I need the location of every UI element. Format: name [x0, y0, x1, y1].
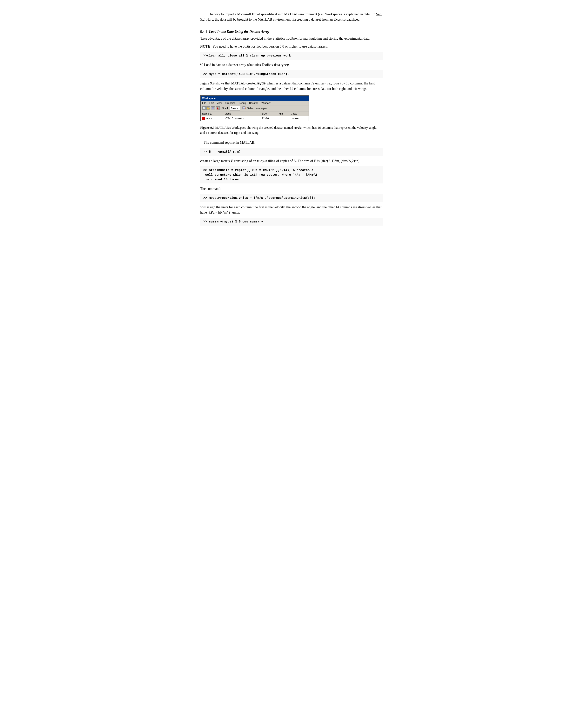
figure99-ref[interactable]: Figure 9.9 [200, 81, 214, 85]
figure-99-caption: Figure 9.9 MATLAB's Workspace showing th… [200, 125, 383, 135]
toolbar-icon-new[interactable]: 📄 [202, 106, 206, 110]
row-min [277, 116, 289, 121]
select-data-button[interactable]: Select data to plot [247, 106, 267, 110]
svg-marker-7 [217, 107, 219, 109]
intro-paragraph: The way to import a Microsoft Excel spre… [200, 11, 383, 22]
workspace-titlebar: Workspace [201, 96, 309, 101]
section-941-para3: Figure 9.9 shows that MATLAB created myd… [200, 81, 383, 92]
row-value: <72x16 dataset> [223, 116, 260, 121]
toolbar-icon-4[interactable] [216, 106, 220, 110]
svg-rect-3 [207, 107, 208, 108]
row-class: dataset [289, 116, 309, 121]
assign-para: will assign the units for each column: t… [200, 205, 383, 215]
menu-graphics[interactable]: Graphics [225, 101, 235, 105]
code-block-summary: >> summary(myds) % Shows summary [200, 218, 383, 226]
row-size: 72x16 [260, 116, 277, 121]
workspace-toolbar: 📄 Stack: Base ▼ Select data to plot [201, 105, 309, 111]
repmat-para: creates a large matrix B consisting of a… [200, 158, 383, 164]
code-block-strainunits: >> StrainUnits = repmat({'kPa = kN/m^2'}… [200, 166, 383, 183]
code-block-repmat: >> B = repmat(A,m,n) [200, 148, 383, 156]
menu-desktop[interactable]: Desktop [249, 101, 258, 105]
code-block-2: >> myds = dataset('XLSFile','WingStress.… [200, 70, 383, 78]
toolbar-icon-3[interactable] [211, 106, 215, 110]
row-name: myds [201, 116, 223, 121]
stack-label: Stack: [222, 106, 229, 110]
col-header-class[interactable]: Class [289, 111, 309, 116]
svg-text:📄: 📄 [203, 107, 205, 109]
select-data-icon [243, 106, 246, 111]
col-header-name[interactable]: Name ▲ [201, 111, 223, 116]
the-command-label: The command: [200, 186, 383, 191]
svg-marker-11 [246, 108, 246, 109]
code-block-1: >>clear all; close all % clean up previo… [200, 52, 383, 60]
code-block-properties: >> myds.Properties.Units = {'m/s','degre… [200, 194, 383, 202]
workspace-menubar: File Edit View Graphics Debug Desktop Wi… [201, 101, 309, 106]
section-941-para1: Take advantage of the dataset array prov… [200, 36, 383, 41]
table-row[interactable]: myds <72x16 dataset> 72x16 dataset [201, 116, 309, 121]
workspace-window: Workspace File Edit View Graphics Debug … [200, 95, 309, 121]
dataset-icon [202, 117, 205, 120]
menu-view[interactable]: View [217, 101, 222, 105]
svg-rect-8 [243, 107, 245, 109]
col-header-value[interactable]: Value [223, 111, 260, 116]
menu-edit[interactable]: Edit [209, 101, 213, 105]
menu-file[interactable]: File [202, 101, 206, 105]
note-block: NOTE You need to have the Statistics Too… [200, 44, 383, 49]
menu-debug[interactable]: Debug [238, 101, 246, 105]
base-dropdown[interactable]: Base ▼ [230, 106, 240, 110]
section-941-para2: % Load in data to a dataset array (Stati… [200, 62, 383, 68]
toolbar-icon-open[interactable] [206, 106, 210, 110]
note-text: You need to have the Statistics Toolbox … [212, 44, 328, 49]
workspace-table: Name ▲ Value Size Min Class myds <72x16 … [201, 111, 309, 121]
menu-window[interactable]: Window [261, 101, 270, 105]
section-941-heading: 9.4.1 Load In the Data Using the Dataset… [200, 29, 383, 34]
sec52-link[interactable]: Sec. 5.2 [200, 12, 382, 21]
repmat-intro: The command repmat in MATLAB: [200, 140, 383, 145]
col-header-size[interactable]: Size [260, 111, 277, 116]
col-header-min[interactable]: Min [277, 111, 289, 116]
